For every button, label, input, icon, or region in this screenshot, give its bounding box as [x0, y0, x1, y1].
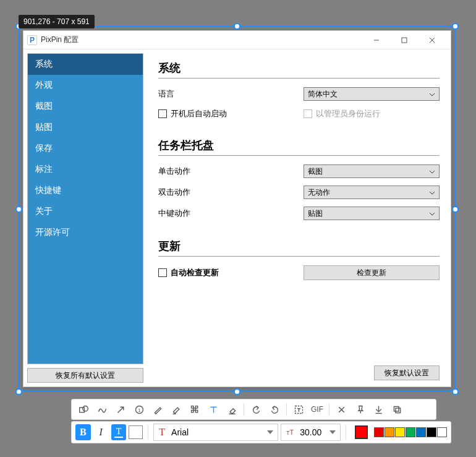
color-swatch-red[interactable] [374, 427, 384, 437]
svg-rect-1 [402, 38, 407, 43]
restore-all-defaults-button[interactable]: 恢复所有默认设置 [27, 368, 143, 383]
sidebar-item-save[interactable]: 保存 [28, 138, 143, 159]
fill-color-button[interactable] [129, 425, 143, 439]
text-tool[interactable] [204, 401, 223, 418]
section-title-system: 系统 [158, 61, 440, 75]
capture-coords-badge: 901,276 - 707 x 591 [19, 15, 95, 28]
sidebar-item-about[interactable]: 关于 [28, 201, 143, 222]
mosaic-tool[interactable] [185, 401, 204, 418]
check-update-button[interactable]: 检查更新 [304, 265, 440, 280]
language-select[interactable]: 简体中文 [304, 87, 440, 101]
resize-handle-s[interactable] [234, 388, 240, 395]
font-value: Arial [171, 427, 189, 437]
dblclick-action-select[interactable]: 无动作 [304, 186, 440, 199]
redo-button[interactable] [265, 401, 284, 418]
run-as-admin-checkbox [304, 109, 312, 118]
font-size-value: 30.00 [300, 427, 321, 437]
titlebar[interactable]: P PixPin 配置 [23, 31, 451, 49]
click-action-select[interactable]: 截图 [304, 164, 440, 178]
dblclick-action-value: 无动作 [308, 187, 330, 198]
copy-button[interactable] [388, 401, 406, 418]
sidebar-item-screenshot[interactable]: 截图 [28, 96, 143, 117]
color-swatch-blue[interactable] [416, 427, 426, 437]
italic-button[interactable]: I [93, 424, 109, 440]
number-tool[interactable]: 1 [130, 401, 148, 418]
save-button[interactable] [369, 401, 388, 418]
text-style-toolbar: B I T T Arial TT 30.00 [71, 421, 451, 443]
sidebar-item-appearance[interactable]: 外观 [28, 75, 143, 96]
sidebar-item-license[interactable]: 开源许可 [28, 222, 143, 243]
section-title-update: 更新 [158, 239, 440, 254]
font-size-icon: TT [286, 429, 294, 436]
sidebar-item-annotate[interactable]: 标注 [28, 159, 143, 180]
auto-update-label: 自动检查更新 [171, 267, 219, 278]
chevron-down-icon [429, 167, 435, 176]
sidebar: 系统 外观 截图 贴图 保存 标注 快捷键 关于 开源许可 恢复所有默认设置 [23, 49, 147, 387]
svg-rect-4 [79, 408, 84, 412]
sidebar-item-shortcuts[interactable]: 快捷键 [28, 180, 143, 201]
text-color-button[interactable]: T [111, 424, 127, 440]
annotation-toolbar: 1 GIF [71, 399, 436, 420]
color-swatch-orange[interactable] [385, 427, 394, 437]
minimize-button[interactable] [362, 32, 390, 49]
divider [158, 155, 440, 156]
restore-default-button[interactable]: 恢复默认设置 [374, 365, 440, 380]
app-icon: P [27, 35, 37, 45]
svg-rect-26 [394, 406, 399, 411]
auto-update-checkbox[interactable] [158, 268, 167, 277]
click-action-value: 截图 [308, 166, 323, 177]
resize-handle-ne[interactable] [452, 23, 459, 30]
bold-button[interactable]: B [75, 424, 91, 440]
resize-handle-n[interactable] [234, 23, 240, 30]
gif-button[interactable]: GIF [308, 401, 326, 418]
font-icon: T [159, 427, 165, 438]
chevron-down-icon [429, 188, 435, 197]
resize-handle-sw[interactable] [15, 388, 22, 395]
resize-handle-e[interactable] [452, 206, 459, 213]
current-color-swatch[interactable] [355, 425, 368, 439]
cancel-button[interactable] [332, 401, 351, 418]
sidebar-item-system[interactable]: 系统 [28, 54, 143, 75]
shape-tool[interactable] [74, 401, 93, 418]
svg-rect-13 [191, 410, 193, 412]
chevron-down-icon [329, 430, 336, 434]
resize-handle-se[interactable] [452, 388, 459, 395]
arrow-tool[interactable] [111, 401, 130, 418]
color-swatch-green[interactable] [406, 427, 415, 437]
window-title: PixPin 配置 [41, 35, 79, 45]
ocr-button[interactable] [289, 401, 308, 418]
click-action-label: 单击动作 [158, 166, 304, 177]
autostart-label: 开机后自动启动 [171, 108, 227, 119]
dblclick-action-label: 双击动作 [158, 187, 304, 198]
color-swatch-white[interactable] [437, 427, 447, 437]
divider [158, 256, 440, 257]
maximize-button[interactable] [390, 32, 418, 49]
resize-handle-w[interactable] [15, 206, 22, 213]
midclick-action-label: 中键动作 [158, 208, 304, 219]
color-swatch-black[interactable] [427, 427, 436, 437]
freehand-tool[interactable] [93, 401, 111, 418]
pin-button[interactable] [351, 401, 369, 418]
chevron-down-icon [267, 430, 273, 434]
highlighter-tool[interactable] [167, 401, 185, 418]
color-palette [374, 427, 447, 437]
chevron-down-icon [429, 90, 435, 98]
toolbar-separator [346, 425, 346, 440]
language-label: 语言 [158, 88, 304, 100]
svg-line-6 [117, 407, 123, 412]
font-size-select[interactable]: TT 30.00 [281, 424, 341, 441]
svg-point-5 [82, 406, 88, 411]
eraser-tool[interactable] [223, 401, 241, 418]
sidebar-item-pintop[interactable]: 贴图 [28, 117, 143, 138]
close-button[interactable] [418, 32, 446, 49]
color-swatch-yellow[interactable] [395, 427, 405, 437]
pencil-tool[interactable] [148, 401, 167, 418]
autostart-checkbox[interactable] [158, 109, 167, 118]
midclick-action-value: 贴图 [308, 208, 323, 219]
toolbar-separator [244, 403, 244, 416]
font-select[interactable]: T Arial [153, 424, 278, 441]
midclick-action-select[interactable]: 贴图 [304, 207, 440, 220]
language-value: 简体中文 [308, 89, 338, 100]
sidebar-nav: 系统 外观 截图 贴图 保存 标注 快捷键 关于 开源许可 [27, 53, 143, 364]
undo-button[interactable] [247, 401, 265, 418]
